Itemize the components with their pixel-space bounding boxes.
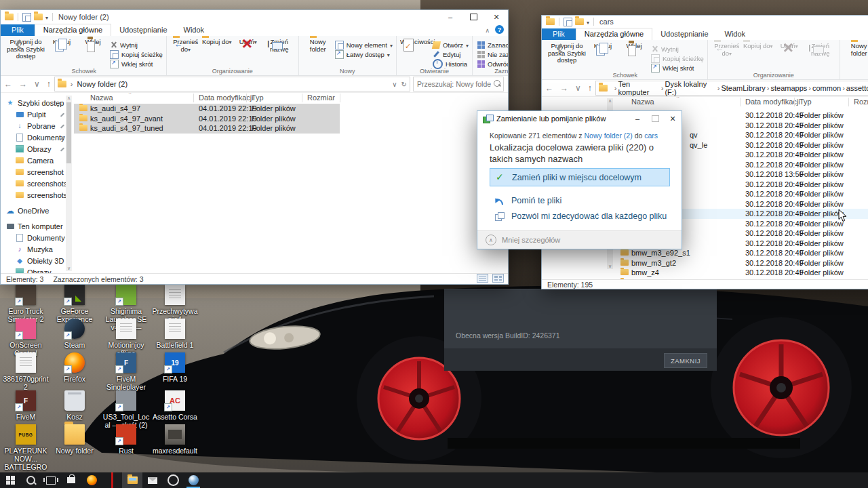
- delete-button[interactable]: Usuń: [774, 42, 805, 50]
- pin-to-quick-access-button[interactable]: Przypnij do paska Szybki dostęp: [547, 42, 587, 64]
- obs-icon[interactable]: [163, 472, 183, 488]
- desktop-icon[interactable]: 3861670gprint 2: [2, 352, 50, 391]
- tab-share[interactable]: Udostępnianie: [652, 28, 716, 40]
- sidebar-item[interactable]: OneDrive: [1, 205, 66, 216]
- copy-button[interactable]: Kopiuj: [46, 38, 77, 46]
- move-to-button[interactable]: Przenieś do: [711, 42, 743, 58]
- cut-button[interactable]: Wytnij: [110, 40, 163, 49]
- paste-button[interactable]: Wklej: [618, 42, 650, 50]
- cut-button[interactable]: Wytnij: [651, 44, 704, 54]
- desktop-icon[interactable]: Motioninjoy offline: [102, 319, 150, 357]
- desktop-icon[interactable]: US3_Tool_Local — skrót (2): [102, 390, 150, 429]
- paste-shortcut-button[interactable]: Wklej skrót: [651, 63, 704, 73]
- breadcrumb-segment[interactable]: Ten komputer: [618, 80, 659, 96]
- invert-selection-button[interactable]: Odwróć zaznaczenie: [477, 59, 508, 68]
- address-dropdown-icon[interactable]: ∨: [392, 81, 397, 88]
- new-folder-qat-icon[interactable]: [575, 18, 584, 25]
- file-explorer-icon[interactable]: [122, 472, 142, 488]
- new-folder-qat-icon[interactable]: [34, 14, 43, 20]
- forward-icon[interactable]: →: [16, 79, 31, 89]
- fewer-details-label[interactable]: Mniej szczegółów: [502, 236, 560, 244]
- breadcrumb-segment[interactable]: steamapps: [771, 84, 808, 92]
- breadcrumb-segment[interactable]: SteamLibrary: [721, 84, 765, 92]
- dialog-option[interactable]: Zamień pliki w miejscu docelowym: [490, 168, 670, 186]
- sidebar-item[interactable]: Muzyka: [1, 243, 66, 255]
- sidebar-item[interactable]: Camera: [1, 155, 66, 166]
- copy-path-button[interactable]: Kopiuj ścieżkę: [110, 49, 163, 59]
- copy-button[interactable]: Kopiuj: [587, 42, 618, 50]
- help-icon[interactable]: ?: [495, 25, 504, 34]
- tab-file[interactable]: Plik: [542, 28, 576, 40]
- tab-view[interactable]: Widok: [717, 28, 754, 40]
- minimize-button[interactable]: [439, 10, 462, 24]
- properties-button[interactable]: Właściwości: [400, 38, 431, 46]
- recent-icon[interactable]: ∨: [31, 79, 43, 89]
- easy-access-button[interactable]: Łatwy dostęp: [335, 49, 393, 59]
- dialog-option[interactable]: Pomiń te pliki: [490, 192, 670, 209]
- forward-icon[interactable]: →: [557, 83, 572, 93]
- copy-path-button[interactable]: Kopiuj ścieżkę: [651, 54, 704, 63]
- refresh-icon[interactable]: ↻: [401, 81, 407, 88]
- sidebar-item[interactable]: Dokumenty: [1, 131, 66, 143]
- tab-home[interactable]: Narzędzia główne: [35, 24, 111, 36]
- file-row[interactable]: bmw_z4 30.12.2018 20:49 Folder plików: [615, 268, 868, 278]
- desktop-icon[interactable]: F FiveM Singleplayer: [102, 352, 150, 391]
- search-input[interactable]: [414, 77, 503, 91]
- sidebar-item[interactable]: Szybki dostęp: [1, 97, 66, 108]
- breadcrumb-segment[interactable]: common: [812, 84, 841, 92]
- sidebar-item[interactable]: Ten komputer: [1, 220, 66, 232]
- steam-icon[interactable]: [183, 472, 203, 488]
- up-icon[interactable]: ↑: [585, 83, 595, 93]
- sidebar-item[interactable]: Pobrane: [1, 120, 66, 131]
- qat-customize-icon[interactable]: [45, 13, 48, 21]
- file-row[interactable]: ks_audi_s4_97_avant 04.01.2019 22:19 Fol…: [74, 114, 340, 124]
- pin-to-quick-access-button[interactable]: Przypnij do paska Szybki dostęp: [5, 38, 46, 60]
- search-icon[interactable]: [20, 472, 41, 488]
- sidebar-item[interactable]: Dokumenty: [1, 232, 66, 243]
- thumbnails-view-icon[interactable]: [492, 274, 504, 283]
- file-row[interactable]: bmw_m3_e92_s1 30.12.2018 20:49 Folder pl…: [615, 248, 868, 258]
- close-button[interactable]: [485, 10, 508, 24]
- rename-button[interactable]: Zmień nazwę: [805, 42, 836, 57]
- dialog-option[interactable]: Pozwól mi zdecydować dla każdego pliku: [490, 208, 670, 224]
- start-button[interactable]: [0, 472, 20, 488]
- back-icon[interactable]: ←: [1, 79, 16, 89]
- breadcrumb-segment[interactable]: Dysk lokalny (F:): [665, 80, 715, 96]
- collapse-ribbon-icon[interactable]: [485, 26, 490, 34]
- sidebar-item[interactable]: screenshot: [1, 166, 66, 178]
- qat-customize-icon[interactable]: [587, 18, 589, 26]
- breadcrumb[interactable]: Ten komputerDysk lokalny (F:)SteamLibrar…: [595, 81, 868, 96]
- file-row[interactable]: bmw_m3_gt2 30.12.2018 20:49 Folder plikó…: [615, 258, 868, 268]
- file-row[interactable]: ks_audi_s4_97 04.01.2019 22:19 Folder pl…: [74, 104, 340, 114]
- destination-folder-link[interactable]: cars: [644, 131, 658, 140]
- tab-view[interactable]: Widok: [176, 24, 213, 36]
- close-button[interactable]: [664, 111, 682, 126]
- details-view-icon[interactable]: [477, 274, 488, 283]
- desktop-icon[interactable]: PUBG PLAYERUNKNOW... BATTLEGROUNDS: [2, 424, 50, 479]
- desktop-icon[interactable]: maxresdefault: [151, 424, 199, 455]
- red-divider[interactable]: [102, 472, 122, 488]
- paste-shortcut-button[interactable]: Wklej skrót: [110, 59, 163, 68]
- quick-access-properties-icon[interactable]: [564, 18, 572, 26]
- desktop-icon[interactable]: Przechwytywanie4: [151, 285, 199, 323]
- tab-home[interactable]: Narzędzia główne: [576, 28, 652, 40]
- desktop-icon[interactable]: 19 FIFA 19: [151, 352, 199, 383]
- move-to-button[interactable]: Przenieś do: [170, 38, 201, 54]
- sidebar-item[interactable]: Obiekty 3D: [1, 255, 66, 266]
- paste-button[interactable]: Wklej: [77, 38, 108, 46]
- recent-icon[interactable]: ∨: [572, 83, 585, 93]
- dialog-title-bar[interactable]: Zamienianie lub pomijanie plików: [477, 111, 682, 126]
- desktop-icon[interactable]: F FiveM: [2, 390, 50, 421]
- select-none-button[interactable]: Nie zaznaczaj nic: [477, 49, 508, 59]
- title-bar[interactable]: cars: [542, 16, 868, 28]
- store-icon[interactable]: [61, 472, 81, 488]
- desktop-icon[interactable]: Battlefield 1: [151, 319, 199, 349]
- desktop-icon[interactable]: Steam: [51, 319, 98, 349]
- mail-icon[interactable]: [142, 472, 163, 488]
- desktop-icon[interactable]: AC Assetto Corsa: [151, 390, 199, 421]
- breadcrumb-segment[interactable]: assettocorsa: [846, 84, 868, 92]
- desktop-icon[interactable]: OnScreen Control: [2, 319, 50, 357]
- maximize-button[interactable]: [462, 10, 485, 24]
- new-folder-button[interactable]: Nowy folder: [844, 42, 868, 57]
- copy-to-button[interactable]: Kopiuj do: [201, 38, 233, 46]
